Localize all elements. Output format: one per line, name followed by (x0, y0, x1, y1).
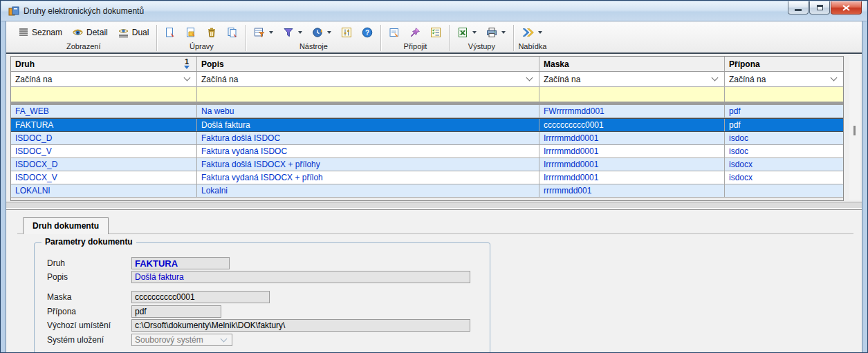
filter-popis-dropdown[interactable]: Začíná na (197, 72, 539, 86)
group-caption-nabidka: Nabídka (518, 42, 546, 51)
group-caption-pripojit: Připojit (385, 42, 445, 51)
new-record-button[interactable] (161, 24, 179, 41)
cell-druh: LOKALNI (11, 184, 197, 197)
note-icon (389, 27, 400, 38)
filter-druh-dropdown[interactable]: Začíná na (11, 72, 197, 86)
column-header-popis[interactable]: Popis (197, 57, 539, 71)
filter-button[interactable] (279, 24, 306, 41)
cell-druh: ISDOC_D (11, 132, 197, 144)
sort-order-number: 1 (185, 59, 189, 65)
vychozi-umisteni-field[interactable]: c:\Orsoft\dokumenty\Melnik\DOK\faktury\ (131, 319, 470, 332)
field-label: Přípona (47, 307, 131, 316)
app-icon (8, 6, 19, 17)
table-filter-button[interactable] (250, 24, 277, 41)
copy-record-icon (227, 27, 238, 38)
dual-view-icon (118, 27, 129, 38)
delete-record-button[interactable] (203, 24, 221, 41)
detail-label: Detail (86, 28, 108, 37)
chevron-down-icon (712, 75, 719, 82)
group-caption-zobrazeni: Zobrazení (15, 42, 152, 51)
table-row[interactable]: ISDOC_V Faktura vydaná ISDOC Irrrrmmdd00… (11, 145, 843, 158)
help-button[interactable]: ? (358, 24, 376, 41)
edit-record-button[interactable] (182, 24, 200, 41)
note-button[interactable] (385, 24, 403, 41)
checklist-button[interactable] (427, 24, 445, 41)
tab-druh-dokumentu[interactable]: Druh dokumentu (23, 217, 109, 234)
minimize-button[interactable] (788, 1, 809, 15)
column-header-maska[interactable]: Maska (539, 57, 725, 71)
cell-druh: FAKTURA (11, 119, 197, 131)
system-ulozeni-select[interactable]: Souborový systém (131, 334, 232, 346)
column-header-druh[interactable]: Druh 1 (11, 57, 197, 71)
seznam-button[interactable]: Seznam (15, 24, 66, 41)
dropdown-arrow-icon (298, 31, 302, 34)
title-bar[interactable]: Druhy elektronických dokumentů (1, 1, 867, 21)
chevron-down-icon (831, 75, 838, 82)
detail-button[interactable]: Detail (68, 24, 111, 41)
table-row[interactable]: FA_WEB Na webu FWrrrrmmdd001 pdf (11, 105, 843, 118)
filter-edit-popis[interactable] (197, 87, 539, 102)
filter-pripona-dropdown[interactable]: Začíná na (725, 72, 843, 86)
toolbar-group-nabidka: Nabídka (514, 23, 551, 53)
splitter-handle[interactable] (6, 202, 862, 209)
cell-maska: Irrrrmmdd0001 (539, 171, 725, 184)
filter-edit-maska[interactable] (539, 87, 725, 102)
restore-button[interactable] (809, 1, 830, 15)
history-button[interactable] (308, 24, 335, 41)
druh-field[interactable]: FAKTURA (131, 257, 230, 269)
table-row[interactable]: ISDOCX_D Faktura došlá ISDOCX + přílohy … (11, 158, 843, 171)
table-row[interactable]: ISDOC_D Faktura došlá ISDOC Irrrrmmdd000… (11, 132, 843, 145)
cell-maska: rrrrmmdd001 (539, 184, 725, 197)
close-button[interactable] (831, 1, 862, 15)
seznam-label: Seznam (32, 28, 62, 37)
menu-button[interactable] (518, 24, 546, 41)
table-row-selected[interactable]: FAKTURA Došlá faktura cccccccccc0001 pdf (11, 118, 843, 132)
dropdown-arrow-icon (327, 31, 331, 34)
cell-popis: Na webu (197, 105, 539, 117)
app-window: Druhy elektronických dokumentů (0, 0, 868, 353)
scrollbar-thumb[interactable] (853, 126, 856, 135)
history-icon (312, 27, 323, 38)
excel-export-button[interactable] (454, 24, 480, 41)
copy-record-button[interactable] (223, 24, 241, 41)
popis-field[interactable]: Došlá faktura (131, 271, 470, 283)
cell-popis: Došlá faktura (197, 119, 539, 131)
filter-maska-dropdown[interactable]: Začíná na (539, 72, 725, 86)
toolbar-group-nastroje: ? Nástroje (246, 23, 380, 53)
table-row[interactable]: LOKALNI Lokalni rrrrmmdd001 (11, 184, 843, 198)
menu-chevrons-icon (521, 27, 534, 38)
filter-edit-druh[interactable] (11, 87, 197, 102)
vertical-scrollbar[interactable] (849, 56, 860, 200)
chevron-down-icon (526, 75, 533, 82)
cell-maska: cccccccccc0001 (539, 119, 725, 131)
column-label: Maska (544, 59, 569, 69)
pin-icon (409, 27, 421, 38)
column-label: Popis (201, 59, 224, 69)
dual-button[interactable]: Dual (114, 24, 153, 41)
filter-operator-label: Začíná na (15, 75, 52, 84)
table-header-row: Druh 1 Popis Maska Přípona (11, 57, 843, 72)
dropdown-arrow-icon (501, 31, 506, 34)
print-button[interactable] (483, 24, 509, 41)
pripona-field[interactable]: pdf (131, 305, 221, 318)
cell-druh: ISDOCX_V (11, 171, 197, 184)
cell-popis: Faktura vydaná ISDOC (197, 145, 539, 158)
tab-strip-line (17, 233, 853, 234)
filter-edit-row (11, 87, 843, 102)
maska-field[interactable]: cccccccccc0001 (131, 291, 270, 303)
column-header-pripona[interactable]: Přípona (725, 57, 843, 71)
chevron-down-icon (184, 75, 191, 82)
excel-icon (457, 27, 468, 38)
checklist-icon (430, 27, 441, 38)
detail-panel: Druh dokumentu Parametry dokumentu Druh … (6, 209, 862, 352)
cell-druh: FA_WEB (11, 105, 197, 117)
filter-edit-pripona[interactable] (725, 87, 843, 102)
table-row[interactable]: ISDOCX_V Faktura vydaná ISDOCX + příloh … (11, 171, 843, 184)
pin-button[interactable] (406, 24, 424, 41)
selected-option-label: Souborový systém (135, 335, 203, 345)
filter-operator-label: Začíná na (729, 75, 766, 84)
settings-icon (341, 27, 352, 38)
filter-operator-label: Začíná na (201, 75, 238, 84)
filter-icon (283, 27, 294, 38)
settings-button[interactable] (338, 24, 355, 41)
